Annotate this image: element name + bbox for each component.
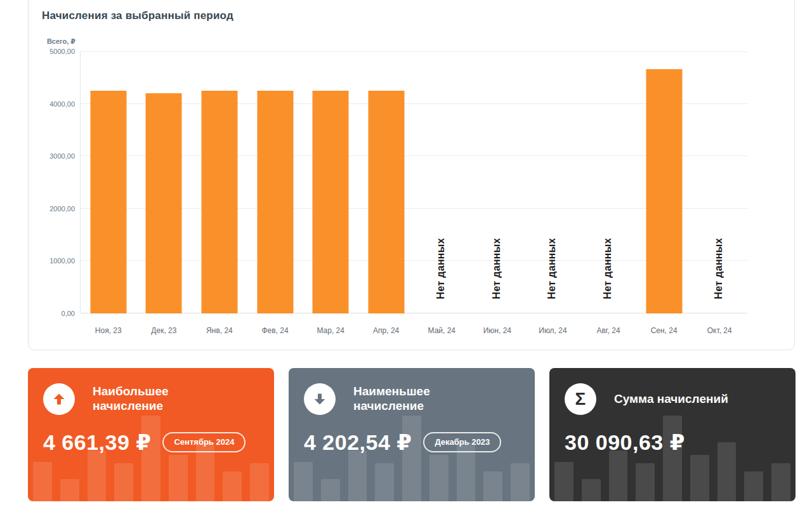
decor-bar — [429, 455, 449, 501]
x-axis-label: Окт, 24 — [707, 326, 732, 335]
decor-bar — [511, 463, 530, 501]
decor-bar — [402, 416, 421, 501]
x-axis-label: Сен, 24 — [651, 326, 678, 335]
arrow-down-icon — [304, 383, 336, 415]
chart-bar[interactable] — [368, 91, 404, 313]
card-title: Наибольшее начисление — [93, 385, 207, 414]
y-tick-label: 2000,00 — [49, 205, 75, 213]
decor-bar — [554, 462, 573, 501]
decor-bar — [88, 450, 107, 501]
decor-bar — [348, 450, 367, 501]
x-axis-label: Июн, 24 — [483, 326, 511, 335]
no-data-label: Нет данных — [713, 238, 724, 299]
max-accrual-value: 4 661,39 ₽ — [43, 430, 151, 455]
decor-bar — [114, 463, 133, 501]
decor-bar — [609, 450, 628, 501]
arrow-up-icon — [43, 383, 75, 415]
y-tick-label: 3000,00 — [49, 152, 75, 160]
decor-bar — [717, 442, 737, 501]
decor-bar — [375, 463, 394, 501]
x-axis-label: Фев, 24 — [261, 326, 288, 335]
accruals-chart-panel: Начисления за выбранный период Всего, ₽ … — [28, 0, 795, 350]
decor-bar — [141, 416, 160, 501]
decor-bar — [169, 455, 188, 501]
min-accrual-period-badge: Декабрь 2023 — [423, 432, 501, 452]
decor-bar — [636, 463, 655, 501]
decor-bar — [690, 455, 709, 501]
chart-bar[interactable] — [646, 69, 682, 313]
decor-bar — [744, 471, 763, 501]
x-axis-label: Ноя, 23 — [95, 326, 122, 335]
card-title: Сумма начислений — [614, 392, 728, 407]
chart-bar[interactable] — [146, 93, 182, 313]
gridline — [81, 51, 747, 52]
x-axis-label: Июл, 24 — [539, 326, 566, 335]
decor-bar — [582, 479, 601, 501]
decor-bar — [321, 479, 340, 501]
x-axis-label: Дек, 23 — [151, 326, 176, 335]
no-data-label: Нет данных — [546, 238, 558, 299]
y-tick-label: 4000,00 — [49, 100, 75, 108]
y-tick-label: 5000,00 — [49, 48, 75, 55]
sigma-icon: Σ — [565, 383, 596, 415]
summary-cards-row: Наибольшее начисление 4 661,39 ₽ Сентябр… — [28, 368, 812, 501]
max-accrual-period-badge: Сентябрь 2024 — [162, 432, 246, 452]
decor-bar — [663, 416, 682, 501]
x-axis-label: Апр, 24 — [373, 326, 399, 335]
decor-bar — [771, 463, 790, 501]
y-tick-label: 0,00 — [62, 310, 75, 317]
decor-bar — [60, 479, 79, 501]
decor-bar — [33, 462, 52, 501]
y-axis-label: Всего, ₽ — [47, 37, 75, 46]
card-title: Наименьшее начисление — [353, 385, 468, 414]
decor-bar — [250, 463, 269, 501]
chart-bar[interactable] — [257, 91, 293, 313]
min-accrual-value: 4 202,54 ₽ — [304, 430, 412, 455]
chart-bar[interactable] — [201, 91, 237, 313]
no-data-label: Нет данных — [491, 238, 502, 299]
no-data-label: Нет данных — [435, 238, 447, 299]
bar-chart: Всего, ₽ 0,001000,002000,003000,004000,0… — [80, 51, 747, 313]
chart-title: Начисления за выбранный период — [42, 10, 233, 22]
card-decor-bars — [33, 416, 269, 501]
max-accrual-card: Наибольшее начисление 4 661,39 ₽ Сентябр… — [28, 368, 274, 501]
x-axis-label: Май, 24 — [428, 326, 456, 335]
decor-bar — [483, 471, 502, 501]
x-axis-label: Авг, 24 — [596, 326, 620, 335]
total-accruals-value: 30 090,63 ₽ — [565, 430, 685, 455]
card-decor-bars — [294, 416, 530, 501]
card-decor-bars — [554, 416, 790, 501]
no-data-label: Нет данных — [602, 238, 613, 299]
min-accrual-card: Наименьшее начисление 4 202,54 ₽ Декабрь… — [289, 368, 535, 501]
x-axis-label: Мар, 24 — [317, 326, 344, 335]
decor-bar — [223, 471, 242, 501]
chart-bar[interactable] — [313, 91, 349, 313]
chart-bar[interactable] — [90, 91, 126, 313]
total-accruals-card: Σ Сумма начислений 30 090,63 ₽ — [549, 368, 796, 501]
x-axis-label: Янв, 24 — [206, 326, 233, 335]
y-tick-label: 1000,00 — [49, 257, 75, 265]
decor-bar — [294, 462, 313, 501]
